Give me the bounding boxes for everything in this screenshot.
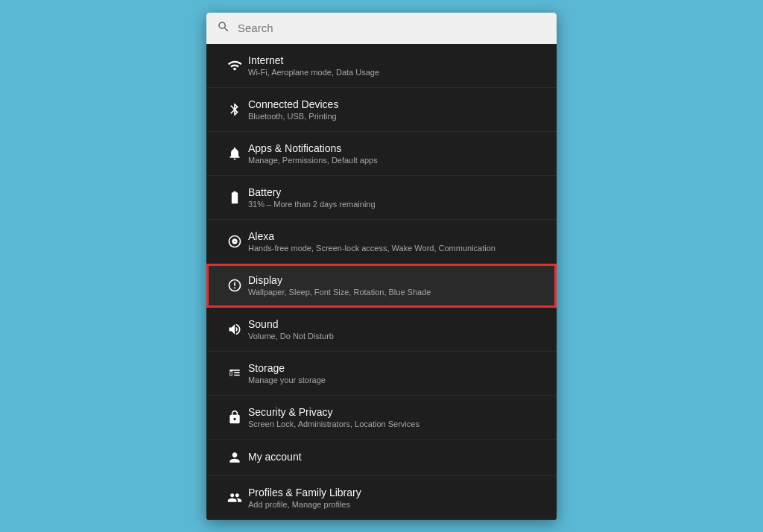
- display-icon: [221, 278, 248, 293]
- menu-item-apps-notifications[interactable]: Apps & Notifications Manage, Permissions…: [206, 132, 557, 176]
- my-account-text: My account: [248, 451, 542, 464]
- menu-item-connected-devices[interactable]: Connected Devices Bluetooth, USB, Printi…: [206, 88, 557, 132]
- group-icon: [221, 490, 248, 505]
- alexa-icon: [221, 234, 248, 249]
- bell-icon: [221, 146, 248, 161]
- search-bar[interactable]: [206, 13, 557, 44]
- search-input[interactable]: [238, 22, 546, 34]
- menu-item-battery[interactable]: Battery 31% – More than 2 days remaining: [206, 176, 557, 220]
- battery-icon: [221, 190, 248, 205]
- connected-devices-text: Connected Devices Bluetooth, USB, Printi…: [248, 98, 542, 121]
- profiles-family-text: Profiles & Family Library Add profile, M…: [248, 487, 542, 509]
- sound-icon: [221, 322, 248, 337]
- sound-text: Sound Volume, Do Not Disturb: [248, 318, 542, 341]
- security-privacy-text: Security & Privacy Screen Lock, Administ…: [248, 406, 542, 428]
- menu-item-sound[interactable]: Sound Volume, Do Not Disturb: [206, 308, 557, 352]
- wifi-icon: [221, 58, 248, 73]
- settings-panel: Internet Wi-Fi, Aeroplane mode, Data Usa…: [206, 13, 557, 520]
- storage-icon: [221, 366, 248, 381]
- storage-text: Storage Manage your storage: [248, 362, 542, 384]
- lock-icon: [221, 410, 248, 425]
- menu-list: Internet Wi-Fi, Aeroplane mode, Data Usa…: [206, 44, 557, 520]
- menu-item-internet[interactable]: Internet Wi-Fi, Aeroplane mode, Data Usa…: [206, 44, 557, 88]
- display-text: Display Wallpaper, Sleep, Font Size, Rot…: [248, 274, 542, 297]
- menu-item-display[interactable]: Display Wallpaper, Sleep, Font Size, Rot…: [206, 264, 557, 308]
- apps-notifications-text: Apps & Notifications Manage, Permissions…: [248, 142, 542, 165]
- menu-item-profiles-family[interactable]: Profiles & Family Library Add profile, M…: [206, 476, 557, 520]
- menu-item-alexa[interactable]: Alexa Hands-free mode, Screen-lock acces…: [206, 220, 557, 264]
- battery-text: Battery 31% – More than 2 days remaining: [248, 186, 542, 209]
- menu-item-security-privacy[interactable]: Security & Privacy Screen Lock, Administ…: [206, 396, 557, 440]
- alexa-text: Alexa Hands-free mode, Screen-lock acces…: [248, 230, 542, 253]
- person-icon: [221, 450, 248, 465]
- search-icon: [217, 20, 230, 37]
- menu-item-storage[interactable]: Storage Manage your storage: [206, 352, 557, 396]
- menu-item-my-account[interactable]: My account: [206, 440, 557, 476]
- bluetooth-icon: [221, 102, 248, 117]
- internet-text: Internet Wi-Fi, Aeroplane mode, Data Usa…: [248, 54, 542, 77]
